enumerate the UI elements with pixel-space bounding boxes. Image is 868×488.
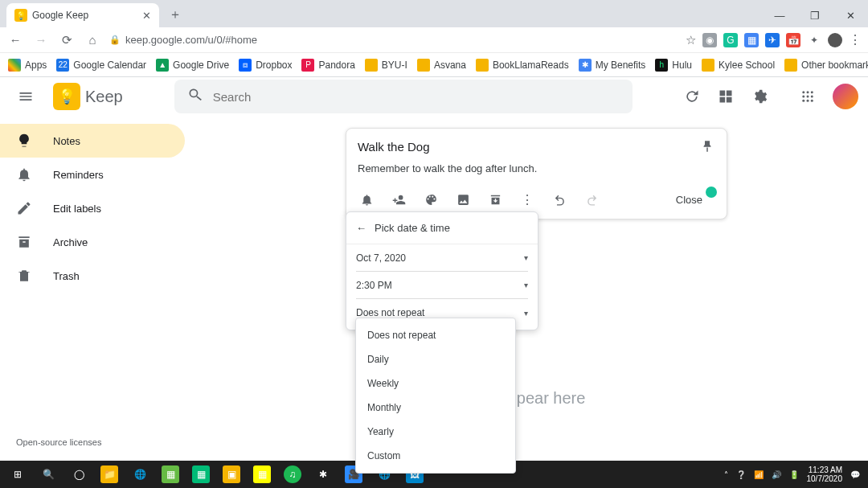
repeat-option[interactable]: Yearly: [356, 420, 515, 444]
app-icon[interactable]: ▦: [156, 462, 185, 486]
svg-point-1: [807, 91, 809, 93]
svg-point-8: [811, 100, 813, 102]
sidebar-item-notes[interactable]: Notes: [0, 124, 185, 158]
keep-brand-text: Keep: [85, 88, 123, 106]
sidebar-item-label: Trash: [53, 270, 80, 282]
note-toolbar: ⋮ Close: [358, 186, 715, 214]
google-apps-icon[interactable]: [799, 88, 817, 105]
window-minimize-button[interactable]: —: [762, 3, 797, 27]
back-arrow-icon[interactable]: ←: [356, 222, 366, 234]
bookmark-item[interactable]: BYU-I: [365, 59, 407, 72]
repeat-option[interactable]: Does not repeat: [356, 323, 515, 347]
repeat-option[interactable]: Daily: [356, 347, 515, 371]
bookmark-item[interactable]: ✱My Benefits: [579, 59, 646, 72]
bookmark-item[interactable]: hHulu: [655, 59, 692, 72]
bookmark-item[interactable]: Kylee School: [702, 59, 775, 72]
palette-icon[interactable]: [424, 193, 438, 207]
tray-wifi-icon[interactable]: 📶: [754, 470, 764, 479]
taskbar-clock[interactable]: 11:23 AM 10/7/2020: [807, 465, 843, 483]
url-text[interactable]: keep.google.com/u/0/#home: [125, 34, 257, 46]
sidebar-item-edit-labels[interactable]: Edit labels: [0, 191, 185, 225]
pin-icon[interactable]: [699, 138, 715, 154]
apps-bookmark[interactable]: Apps: [8, 59, 47, 72]
grammarly-ext-icon[interactable]: G: [723, 33, 738, 47]
search-taskbar-icon[interactable]: 🔍: [34, 462, 63, 486]
new-tab-button[interactable]: ＋: [164, 3, 186, 26]
sidebar-item-reminders[interactable]: Reminders: [0, 158, 185, 191]
ext-icon-3[interactable]: 📅: [786, 33, 800, 47]
ext-icon-1[interactable]: ▦: [744, 33, 759, 47]
search-input[interactable]: [213, 90, 620, 104]
app-icon[interactable]: ▦: [248, 462, 276, 486]
bookmark-item[interactable]: BookLlamaReads: [476, 59, 569, 72]
tab-title: Google Keep: [32, 10, 137, 21]
note-body[interactable]: Remember to walk the dog after lunch.: [358, 162, 715, 174]
repeat-option[interactable]: Weekly: [356, 371, 515, 396]
image-icon[interactable]: [456, 193, 470, 207]
archive-note-icon[interactable]: [488, 193, 502, 207]
svg-point-4: [807, 96, 809, 98]
grid-view-icon[interactable]: [717, 88, 735, 105]
sidebar-item-label: Reminders: [53, 169, 104, 181]
notifications-icon[interactable]: 💬: [850, 470, 860, 479]
nav-home-icon[interactable]: ⌂: [84, 31, 101, 49]
repeat-option[interactable]: Monthly: [356, 396, 515, 420]
sidebar: Notes Reminders Edit labels Archive Tras…: [0, 116, 185, 461]
explorer-icon[interactable]: 📁: [95, 462, 124, 486]
remind-me-icon[interactable]: [359, 193, 374, 207]
refresh-icon[interactable]: [683, 88, 701, 105]
tray-help-icon[interactable]: ❔: [736, 470, 746, 479]
collaborator-icon[interactable]: [391, 193, 406, 207]
open-source-licenses-link[interactable]: Open-source licenses: [16, 437, 101, 447]
spotify-icon[interactable]: ♫: [278, 462, 307, 486]
close-tab-icon[interactable]: ✕: [142, 10, 151, 22]
bookmark-item[interactable]: Asvana: [417, 59, 466, 72]
window-maximize-button[interactable]: ❐: [797, 3, 833, 27]
camera-ext-icon[interactable]: ◉: [702, 33, 717, 47]
profile-chip-icon[interactable]: [828, 33, 842, 47]
window-close-button[interactable]: ✕: [833, 3, 868, 27]
nav-back-icon[interactable]: ←: [6, 31, 24, 49]
bookmark-item[interactable]: ⧈Dropbox: [239, 59, 292, 72]
start-button[interactable]: ⊞: [3, 462, 32, 486]
keep-logo[interactable]: 💡 Keep: [53, 83, 123, 110]
nav-forward-icon[interactable]: →: [32, 31, 50, 49]
note-title[interactable]: Walk the Dog: [358, 140, 429, 154]
bookmark-item[interactable]: PPandora: [301, 59, 354, 72]
redo-icon[interactable]: [584, 193, 599, 207]
svg-point-2: [811, 91, 813, 93]
date-select[interactable]: Oct 7, 2020▾: [356, 244, 528, 272]
tray-battery-icon[interactable]: 🔋: [789, 470, 799, 479]
bookmark-star-icon[interactable]: ☆: [686, 33, 696, 47]
tray-volume-icon[interactable]: 🔊: [772, 470, 781, 479]
settings-gear-icon[interactable]: [751, 88, 768, 105]
cortana-icon[interactable]: ◯: [64, 462, 93, 486]
undo-icon[interactable]: [552, 193, 567, 207]
search-box[interactable]: [174, 80, 633, 113]
app-icon[interactable]: ▦: [186, 462, 215, 486]
slack-icon[interactable]: ✱: [309, 462, 338, 486]
bookmark-item[interactable]: 22Google Calendar: [56, 59, 146, 72]
chrome-icon[interactable]: 🌐: [125, 462, 154, 486]
ext-icon-2[interactable]: ✈: [765, 33, 780, 47]
caret-down-icon: ▾: [524, 253, 528, 262]
chrome-menu-icon[interactable]: ⋮: [849, 32, 862, 47]
sidebar-item-archive[interactable]: Archive: [0, 225, 185, 259]
hamburger-menu-icon[interactable]: [10, 80, 42, 113]
keep-favicon-icon: 💡: [14, 9, 27, 22]
sidebar-item-trash[interactable]: Trash: [0, 259, 185, 293]
browser-tab[interactable]: 💡 Google Keep ✕: [6, 3, 159, 27]
more-icon[interactable]: ⋮: [520, 193, 534, 207]
extensions-puzzle-icon[interactable]: ✦: [807, 33, 821, 47]
other-bookmarks[interactable]: Other bookmarks: [784, 59, 868, 72]
account-avatar[interactable]: [833, 84, 858, 109]
window-controls: — ❐ ✕: [762, 3, 868, 27]
nav-reload-icon[interactable]: ⟳: [58, 31, 76, 49]
grammarly-indicator-icon[interactable]: [706, 187, 717, 198]
browser-tab-bar: 💡 Google Keep ✕ ＋ — ❐ ✕: [0, 0, 868, 27]
time-select[interactable]: 2:30 PM▾: [356, 272, 528, 299]
app-icon[interactable]: ▣: [217, 462, 246, 486]
tray-chevron-icon[interactable]: ˄: [724, 470, 728, 479]
bookmark-item[interactable]: ▲Google Drive: [156, 59, 229, 72]
repeat-option[interactable]: Custom: [356, 444, 515, 468]
